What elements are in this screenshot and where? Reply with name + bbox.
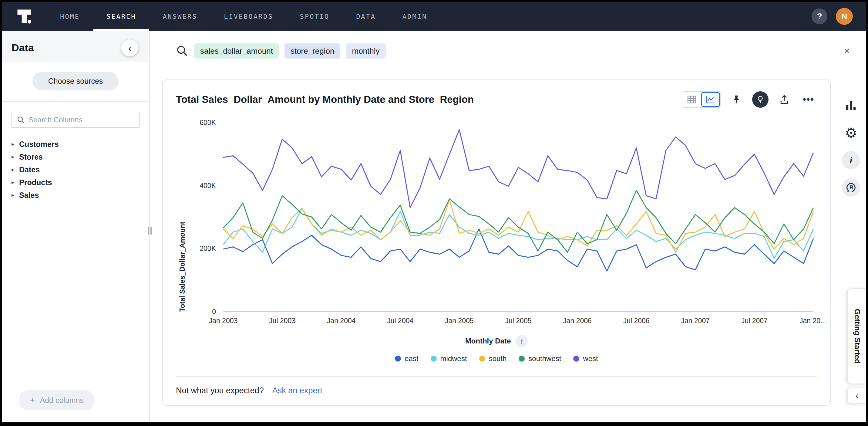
more-actions-button[interactable]: ••• bbox=[800, 91, 817, 108]
legend-dot-icon bbox=[519, 356, 525, 362]
spotiq-insights-button[interactable] bbox=[752, 91, 769, 108]
getting-started-tab[interactable]: Getting Started bbox=[847, 288, 866, 384]
nav-item-data[interactable]: DATA bbox=[343, 2, 389, 31]
search-token-sales_dollar_amount[interactable]: sales_dollar_amount bbox=[194, 43, 279, 59]
choose-sources-button[interactable]: Choose sources bbox=[32, 72, 119, 90]
x-axis-title-row: Monthly Date ↑ bbox=[176, 335, 817, 347]
tree-item-label: Stores bbox=[19, 153, 43, 161]
tree-item-label: Products bbox=[19, 178, 52, 187]
clear-search-button[interactable]: ✕ bbox=[843, 46, 850, 56]
sidebar-item-dates[interactable]: ▸Dates bbox=[11, 163, 140, 176]
share-button[interactable] bbox=[776, 91, 793, 108]
nav-item-answers[interactable]: ANSWERS bbox=[149, 2, 211, 31]
x-tick-label: Jan 2004 bbox=[327, 317, 356, 325]
r-analysis-icon: R bbox=[845, 182, 857, 193]
legend-item-south[interactable]: south bbox=[479, 355, 507, 363]
sidebar-item-products[interactable]: ▸Products bbox=[11, 176, 140, 189]
answer-footer: Not what you expected? Ask an expert bbox=[176, 376, 817, 395]
legend-item-west[interactable]: west bbox=[573, 355, 598, 363]
x-tick-label: Jul 2007 bbox=[741, 317, 768, 325]
legend-dot-icon bbox=[395, 356, 401, 362]
pin-icon bbox=[731, 94, 742, 105]
configure-button[interactable]: ⚙ bbox=[842, 124, 860, 142]
sidebar-header: Data ‹ bbox=[2, 31, 149, 62]
chart-legend: eastmidwestsouthsouthwestwest bbox=[176, 355, 817, 363]
search-icon bbox=[17, 116, 25, 124]
answer-toolbar: ••• bbox=[682, 91, 817, 108]
pin-button[interactable] bbox=[728, 91, 745, 108]
table-icon bbox=[687, 96, 696, 103]
legend-dot-icon bbox=[573, 356, 579, 362]
sidebar-item-stores[interactable]: ▸Stores bbox=[11, 151, 140, 163]
legend-label: southwest bbox=[528, 355, 561, 363]
columns-tree: ▸Customers▸Stores▸Dates▸Products▸Sales bbox=[2, 134, 149, 205]
data-sidebar: Data ‹ Choose sources ▸Customers▸Stores▸… bbox=[2, 31, 150, 422]
sort-ascending-button[interactable]: ↑ bbox=[516, 335, 528, 347]
caret-right-icon[interactable]: ▸ bbox=[11, 154, 14, 160]
change-visualization-button[interactable] bbox=[842, 96, 860, 115]
table-view-button[interactable] bbox=[682, 92, 701, 107]
answer-card: Total Sales_Dollar_Amount by Monthly Dat… bbox=[162, 80, 831, 406]
plot-area: 0200K400K600KJan 2003Jul 2003Jan 2004Jul… bbox=[223, 117, 813, 312]
search-icon bbox=[177, 45, 188, 57]
help-button[interactable]: ? bbox=[812, 8, 827, 24]
svg-text:R: R bbox=[849, 184, 854, 190]
nav-item-search[interactable]: SEARCH bbox=[93, 2, 149, 31]
gear-icon: ⚙ bbox=[845, 126, 857, 140]
chart-view-button[interactable] bbox=[701, 92, 720, 107]
y-axis-title: Total Sales_Dollar_Amount bbox=[178, 117, 187, 312]
caret-right-icon[interactable]: ▸ bbox=[11, 141, 14, 148]
caret-right-icon[interactable]: ▸ bbox=[11, 179, 14, 186]
footer-question: Not what you expected? bbox=[176, 386, 264, 395]
legend-label: midwest bbox=[440, 355, 467, 363]
r-analysis-button[interactable]: R bbox=[842, 178, 860, 196]
nav-item-spotiq[interactable]: SPOTIQ bbox=[287, 2, 343, 31]
x-tick-label: Jan 2007 bbox=[681, 317, 710, 325]
caret-right-icon[interactable]: ▸ bbox=[11, 192, 14, 199]
search-token-store_region[interactable]: store_region bbox=[284, 43, 341, 59]
share-upload-icon bbox=[779, 94, 790, 105]
nav-item-liveboards[interactable]: LIVEBOARDS bbox=[211, 2, 286, 31]
legend-dot-icon bbox=[479, 356, 485, 362]
panel-collapse-button[interactable]: ‹ bbox=[847, 388, 866, 403]
tree-item-label: Dates bbox=[19, 165, 40, 174]
top-navbar: HOMESEARCHANSWERSLIVEBOARDSSPOTIQDATAADM… bbox=[2, 2, 866, 31]
ask-an-expert-link[interactable]: Ask an expert bbox=[272, 386, 322, 395]
x-tick-label: Jan 2003 bbox=[209, 317, 238, 325]
content-area: Data ‹ Choose sources ▸Customers▸Stores▸… bbox=[2, 31, 866, 422]
x-tick-label: Jul 2003 bbox=[269, 317, 296, 325]
sidebar-collapse-button[interactable]: ‹ bbox=[121, 39, 138, 56]
series-line-west[interactable] bbox=[223, 129, 813, 208]
search-columns-input[interactable] bbox=[29, 116, 134, 124]
line-chart[interactable] bbox=[223, 117, 813, 311]
caret-right-icon[interactable]: ▸ bbox=[11, 166, 14, 173]
nav-item-home[interactable]: HOME bbox=[47, 2, 93, 31]
chevron-left-icon: ‹ bbox=[128, 42, 132, 54]
sidebar-item-customers[interactable]: ▸Customers bbox=[11, 138, 140, 151]
legend-item-southwest[interactable]: southwest bbox=[519, 355, 561, 363]
nav-item-admin[interactable]: ADMIN bbox=[389, 2, 440, 31]
search-columns-box[interactable] bbox=[11, 112, 140, 128]
add-columns-button[interactable]: + Add columns bbox=[19, 390, 95, 410]
chart-area: Total Sales_Dollar_Amount 0200K400K600KJ… bbox=[176, 117, 817, 363]
series-line-midwest[interactable] bbox=[223, 208, 813, 258]
user-avatar[interactable]: N bbox=[836, 8, 853, 25]
info-button[interactable]: i bbox=[842, 151, 860, 169]
search-token-monthly[interactable]: monthly bbox=[346, 43, 385, 59]
legend-item-east[interactable]: east bbox=[395, 355, 418, 363]
getting-started-label: Getting Started bbox=[853, 309, 862, 364]
right-rail: ⚙ i R bbox=[842, 96, 860, 196]
sidebar-item-sales[interactable]: ▸Sales bbox=[11, 189, 140, 202]
plus-icon: + bbox=[30, 395, 35, 405]
series-line-southwest[interactable] bbox=[223, 190, 813, 252]
thoughtspot-logo[interactable] bbox=[2, 2, 47, 31]
tree-item-label: Sales bbox=[19, 191, 39, 200]
main-panel: sales_dollar_amountstore_regionmonthly ✕… bbox=[150, 31, 866, 422]
series-line-south[interactable] bbox=[223, 200, 813, 252]
column-chart-icon bbox=[845, 99, 857, 112]
search-bar: sales_dollar_amountstore_regionmonthly ✕ bbox=[150, 31, 866, 71]
x-tick-label: Jul 2005 bbox=[505, 317, 532, 325]
legend-item-midwest[interactable]: midwest bbox=[431, 355, 467, 363]
app-window: HOMESEARCHANSWERSLIVEBOARDSSPOTIQDATAADM… bbox=[0, 0, 868, 426]
y-tick-label: 600K bbox=[189, 119, 216, 127]
